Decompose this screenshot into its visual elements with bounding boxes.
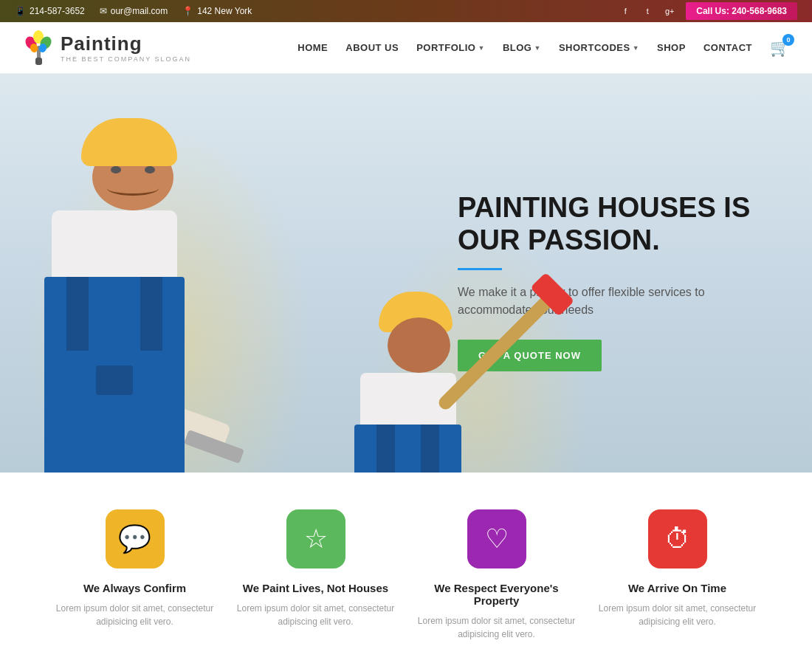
- nav-contact[interactable]: CONTACT: [703, 42, 752, 53]
- address-info: 📍 142 New York: [182, 6, 252, 16]
- header: Painting THE BEST COMPANY SLOGAN HOME AB…: [0, 22, 812, 74]
- features-section: 💬 We Always Confirm Lorem ipsum dolor si…: [0, 473, 812, 663]
- call-button[interactable]: Call Us: 240-568-9683: [686, 2, 797, 20]
- feature-confirm-title: We Always Confirm: [54, 582, 216, 594]
- main-nav: HOME ABOUT US PORTFOLIO ▼ BLOG ▼ SHORTCO…: [297, 38, 790, 58]
- feature-lives-icon-box: ☆: [286, 509, 345, 568]
- googleplus-icon[interactable]: g+: [662, 4, 677, 18]
- email-icon: ✉: [100, 6, 107, 16]
- hero-section: PAINTING HOUSES IS OUR PASSION. We make …: [0, 74, 812, 473]
- cart-badge: 0: [782, 34, 794, 46]
- hero-title: PAINTING HOUSES IS OUR PASSION.: [458, 192, 768, 256]
- top-bar-right: f t g+ Call Us: 240-568-9683: [618, 2, 797, 20]
- address-text: 142 New York: [197, 6, 252, 16]
- nav-portfolio[interactable]: PORTFOLIO ▼: [416, 42, 485, 53]
- nav-shortcodes[interactable]: SHORTCODES ▼: [559, 42, 639, 53]
- email-info: ✉ our@mail.com: [100, 6, 168, 16]
- heart-icon: ♡: [485, 523, 509, 554]
- top-bar-contact-info: 📱 214-587-3652 ✉ our@mail.com 📍 142 New …: [15, 6, 252, 16]
- email-address: our@mail.com: [111, 6, 168, 16]
- worker1-figure: [44, 118, 185, 473]
- logo-subtitle: THE BEST COMPANY SLOGAN: [61, 55, 191, 63]
- feature-confirm-icon-box: 💬: [106, 509, 165, 568]
- nav-blog[interactable]: BLOG ▼: [503, 42, 541, 53]
- feature-confirm-desc: Lorem ipsum dolor sit amet, consectetur …: [54, 602, 216, 628]
- hero-underline: [458, 268, 502, 270]
- social-links: f t g+: [618, 4, 677, 18]
- logo-title: Painting: [61, 32, 191, 55]
- feature-ontime: ⏱ We Arrive On Time Lorem ipsum dolor si…: [596, 509, 759, 628]
- phone-icon: 📱: [15, 6, 26, 16]
- chat-icon: 💬: [118, 523, 151, 554]
- top-bar: 📱 214-587-3652 ✉ our@mail.com 📍 142 New …: [0, 0, 812, 22]
- location-icon: 📍: [182, 6, 193, 16]
- feature-lives-desc: Lorem ipsum dolor sit amet, consectetur …: [235, 602, 397, 628]
- worker2-figure: [354, 292, 461, 473]
- feature-respect-icon-box: ♡: [467, 509, 526, 568]
- feature-respect-desc: Lorem ipsum dolor sit amet, consectetur …: [416, 614, 578, 641]
- portfolio-dropdown-arrow: ▼: [478, 44, 485, 52]
- star-icon: ☆: [304, 523, 328, 554]
- feature-respect-title: We Respect Everyone's Property: [416, 582, 578, 607]
- cart-icon-wrap[interactable]: 🛒 0: [770, 38, 790, 58]
- feature-respect: ♡ We Respect Everyone's Property Lorem i…: [416, 509, 578, 641]
- feature-ontime-desc: Lorem ipsum dolor sit amet, consectetur …: [596, 602, 759, 628]
- logo[interactable]: Painting THE BEST COMPANY SLOGAN: [22, 30, 191, 66]
- logo-text: Painting THE BEST COMPANY SLOGAN: [61, 32, 191, 63]
- blog-dropdown-arrow: ▼: [534, 44, 540, 52]
- twitter-icon[interactable]: t: [640, 4, 655, 18]
- feature-ontime-icon-box: ⏱: [648, 509, 707, 568]
- facebook-icon[interactable]: f: [618, 4, 633, 18]
- feature-confirm: 💬 We Always Confirm Lorem ipsum dolor si…: [54, 509, 216, 628]
- logo-icon: [22, 30, 55, 66]
- feature-lives-title: We Paint Lives, Not Houses: [235, 582, 397, 594]
- clock-icon: ⏱: [664, 523, 691, 554]
- phone-number: 214-587-3652: [30, 6, 85, 16]
- hero-subtitle: We make it a priority to offer flexible …: [458, 284, 768, 319]
- nav-shop[interactable]: SHOP: [657, 42, 686, 53]
- feature-ontime-title: We Arrive On Time: [596, 582, 759, 594]
- shortcodes-dropdown-arrow: ▼: [633, 44, 639, 52]
- nav-about[interactable]: ABOUT US: [345, 42, 399, 53]
- phone-info: 📱 214-587-3652: [15, 6, 85, 16]
- feature-lives: ☆ We Paint Lives, Not Houses Lorem ipsum…: [235, 509, 397, 628]
- nav-home[interactable]: HOME: [297, 42, 328, 53]
- svg-rect-1: [35, 58, 42, 65]
